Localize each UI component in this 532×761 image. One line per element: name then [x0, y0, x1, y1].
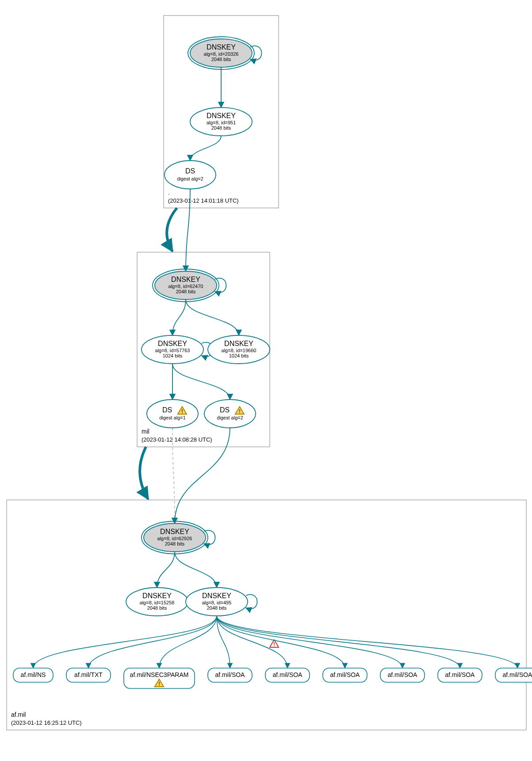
node-alg: alg=8, id=15258 [140, 600, 175, 605]
edge [172, 364, 230, 400]
zone-name: af.mil [11, 711, 26, 718]
node-title: DNSKEY [142, 592, 172, 600]
edge [190, 136, 221, 161]
rrset-label: af.mil/SOA [388, 671, 418, 678]
edge [33, 616, 217, 668]
zone-box [7, 500, 526, 730]
svg-text:!: ! [158, 681, 160, 687]
ds-node [204, 400, 256, 428]
zone-timestamp: (2023-01-12 14:01:18 UTC) [168, 197, 239, 204]
node-alg: alg=8, id=57763 [155, 348, 190, 353]
node-sub: digest alg=2 [177, 176, 203, 181]
node-title: DS [220, 406, 230, 414]
node-title: DNSKEY [224, 340, 253, 347]
zone-name: . [168, 189, 170, 196]
node-alg: alg=8, id=62470 [168, 284, 203, 289]
rrset-label: af.mil/TXT [74, 671, 103, 678]
edge [172, 300, 186, 335]
node-bits: 2048 bits [211, 125, 231, 131]
svg-text:!: ! [239, 408, 241, 415]
zone-timestamp: (2023-01-12 16:25:12 UTC) [11, 719, 82, 726]
node-bits: 2048 bits [147, 605, 167, 611]
node-alg: alg=8, id=951 [207, 120, 236, 125]
edge [88, 616, 217, 668]
edge [157, 552, 175, 588]
node-title: DNSKEY [158, 340, 187, 347]
node-alg: alg=8, id=20326 [204, 51, 239, 57]
node-title: DNSKEY [207, 43, 236, 51]
rrset-label: af.mil/SOA [445, 671, 475, 678]
node-title: DS [185, 167, 195, 175]
node-bits: 2048 bits [211, 57, 231, 62]
edge [217, 616, 517, 668]
node-title: DNSKEY [171, 276, 200, 283]
node-bits: 2048 bits [176, 289, 196, 294]
node-title: DNSKEY [202, 592, 231, 600]
rrset-label: af.mil/SOA [215, 671, 245, 678]
edge [175, 552, 217, 588]
rrset-label: af.mil/NSEC3PARAM [130, 671, 189, 678]
edge [217, 616, 345, 668]
node-bits: 2048 bits [165, 541, 185, 546]
node-alg: alg=8, id=19660 [222, 348, 256, 353]
node-alg: alg=8, id=495 [202, 600, 232, 605]
node-title: DNSKEY [207, 112, 236, 119]
delegation-arrow [140, 447, 148, 499]
rrset-label: af.mil/NS [21, 671, 46, 678]
ds-node [165, 161, 216, 189]
node-bits: 1024 bits [229, 353, 249, 358]
zone-timestamp: (2023-01-12 14:08:28 UTC) [142, 436, 212, 443]
dnssec-diagram: .(2023-01-12 14:01:18 UTC)mil(2023-01-12… [0, 0, 532, 761]
delegation-arrow [167, 208, 177, 251]
node-title: DNSKEY [160, 528, 189, 535]
node-alg: alg=8, id=62926 [157, 536, 192, 541]
svg-text:!: ! [273, 642, 275, 648]
rrset-label: af.mil/SOA [330, 671, 360, 678]
node-sub: digest alg=2 [217, 415, 243, 420]
node-sub: digest alg=1 [159, 415, 186, 420]
edge [159, 616, 217, 668]
ds-node [147, 400, 198, 428]
node-title: DS [162, 406, 172, 414]
node-bits: 2048 bits [207, 605, 227, 611]
rrset-label: af.mil/SOA [503, 671, 532, 678]
svg-text:!: ! [181, 408, 183, 415]
node-bits: 1024 bits [163, 353, 183, 358]
rrset-label: af.mil/SOA [273, 671, 303, 678]
edge [186, 300, 239, 335]
zone-name: mil [142, 428, 149, 435]
